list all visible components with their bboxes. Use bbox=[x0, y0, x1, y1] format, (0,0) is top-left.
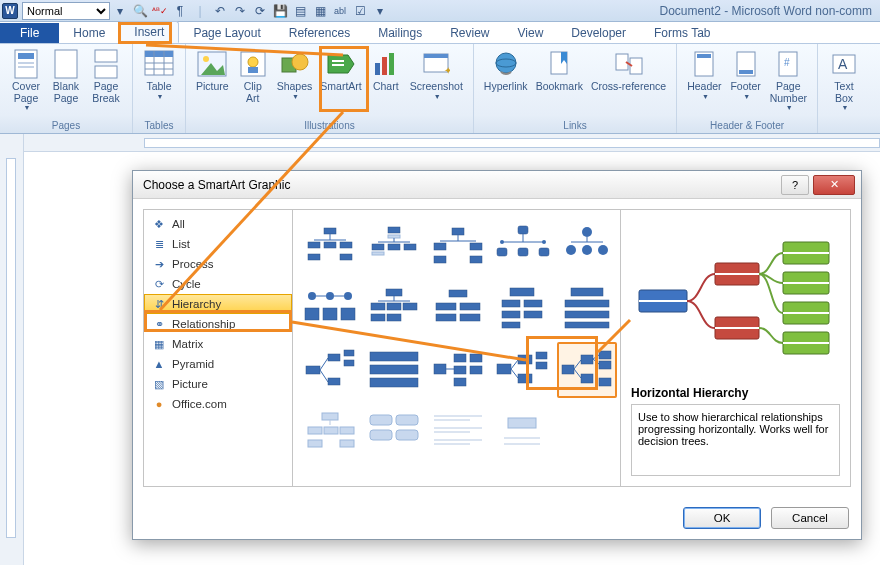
svg-rect-88 bbox=[341, 308, 355, 320]
svg-rect-97 bbox=[449, 290, 467, 297]
category-list: ❖All ≣List ➔Process ⟳Cycle ⇵Hierarchy ⚭R… bbox=[143, 209, 293, 487]
smartart-thumb[interactable] bbox=[365, 280, 423, 336]
clipart-button[interactable]: ClipArt bbox=[233, 46, 273, 106]
tab-forms[interactable]: Forms Tab bbox=[640, 23, 724, 43]
chart-button[interactable]: Chart bbox=[366, 46, 406, 95]
category-hierarchy[interactable]: ⇵Hierarchy bbox=[144, 294, 292, 314]
category-cycle[interactable]: ⟳Cycle bbox=[144, 274, 292, 294]
ok-button[interactable]: OK bbox=[683, 507, 761, 529]
category-pyramid[interactable]: ▲Pyramid bbox=[144, 354, 292, 374]
smartart-thumb[interactable] bbox=[429, 342, 487, 398]
svg-rect-60 bbox=[452, 228, 464, 235]
tab-review[interactable]: Review bbox=[436, 23, 503, 43]
spellcheck-icon[interactable]: ᴬᴮ✓ bbox=[151, 2, 169, 20]
table-icon[interactable]: ▦ bbox=[311, 2, 329, 20]
window-title: Document2 - Microsoft Word non-comm bbox=[659, 4, 878, 18]
svg-rect-110 bbox=[565, 311, 609, 318]
smartart-thumb[interactable] bbox=[365, 218, 423, 274]
smartart-thumb[interactable] bbox=[557, 218, 617, 274]
tab-developer[interactable]: Developer bbox=[557, 23, 640, 43]
tab-mailings[interactable]: Mailings bbox=[364, 23, 436, 43]
svg-rect-51 bbox=[340, 254, 352, 260]
category-office[interactable]: ●Office.com bbox=[144, 394, 292, 414]
svg-rect-39 bbox=[739, 70, 753, 74]
smartart-thumb[interactable] bbox=[493, 280, 551, 336]
smartart-thumb[interactable] bbox=[493, 404, 551, 460]
category-process[interactable]: ➔Process bbox=[144, 254, 292, 274]
group-pages: CoverPage▼ BlankPage PageBreak Pages bbox=[0, 44, 133, 133]
footer-button[interactable]: Footer▼ bbox=[726, 46, 766, 102]
hyperlink-icon bbox=[490, 48, 522, 80]
category-relationship[interactable]: ⚭Relationship bbox=[144, 314, 292, 334]
qat-end-dropdown-icon[interactable]: ▾ bbox=[371, 2, 389, 20]
smartart-thumb[interactable] bbox=[301, 280, 359, 336]
tab-insert[interactable]: Insert bbox=[119, 21, 179, 43]
svg-point-70 bbox=[500, 240, 504, 244]
horizontal-ruler[interactable] bbox=[24, 134, 880, 152]
vertical-ruler[interactable] bbox=[0, 134, 24, 565]
save-icon[interactable]: 💾 bbox=[271, 2, 289, 20]
picture-button[interactable]: Picture bbox=[192, 46, 233, 95]
smartart-button[interactable]: SmartArt bbox=[316, 46, 365, 95]
qat-dropdown-icon[interactable]: ▾ bbox=[111, 2, 129, 20]
paragraph-marks-icon[interactable]: ¶ bbox=[171, 2, 189, 20]
table-button[interactable]: Table▼ bbox=[139, 46, 179, 102]
textfield-icon[interactable]: abl bbox=[331, 2, 349, 20]
tab-references[interactable]: References bbox=[275, 23, 364, 43]
tab-file[interactable]: File bbox=[0, 23, 59, 43]
cover-page-button[interactable]: CoverPage▼ bbox=[6, 46, 46, 114]
preview-name: Horizontal Hierarchy bbox=[631, 386, 840, 400]
dialog-titlebar[interactable]: Choose a SmartArt Graphic ? ✕ bbox=[133, 171, 861, 199]
page-number-button[interactable]: #PageNumber▼ bbox=[766, 46, 811, 114]
checkbox-icon[interactable]: ☑ bbox=[351, 2, 369, 20]
header-button[interactable]: Header▼ bbox=[683, 46, 725, 102]
svg-rect-52 bbox=[388, 227, 400, 233]
tab-home[interactable]: Home bbox=[59, 23, 119, 43]
preview-icon[interactable]: 🔍 bbox=[131, 2, 149, 20]
smartart-thumb-horizontal-hierarchy[interactable] bbox=[557, 342, 617, 398]
tab-page-layout[interactable]: Page Layout bbox=[179, 23, 274, 43]
category-list[interactable]: ≣List bbox=[144, 234, 292, 254]
smartart-thumb[interactable] bbox=[429, 280, 487, 336]
blank-page-button[interactable]: BlankPage bbox=[46, 46, 86, 106]
smartart-thumb[interactable] bbox=[301, 404, 359, 460]
tab-view[interactable]: View bbox=[504, 23, 558, 43]
smartart-thumb[interactable] bbox=[365, 342, 423, 398]
undo-icon[interactable]: ↶ bbox=[211, 2, 229, 20]
svg-rect-26 bbox=[389, 53, 394, 75]
svg-rect-146 bbox=[322, 413, 338, 420]
smartart-thumb[interactable] bbox=[557, 280, 617, 336]
smartart-thumb[interactable] bbox=[301, 342, 359, 398]
style-selector[interactable]: Normal bbox=[22, 2, 110, 20]
hyperlink-button[interactable]: Hyperlink bbox=[480, 46, 532, 95]
smartart-thumb[interactable] bbox=[429, 404, 487, 460]
smartart-thumb[interactable] bbox=[493, 342, 551, 398]
crossref-button[interactable]: Cross-reference bbox=[587, 46, 670, 95]
refresh-icon[interactable]: ⟳ bbox=[251, 2, 269, 20]
textbox-button[interactable]: ATextBox▼ bbox=[824, 46, 864, 114]
category-picture[interactable]: ▧Picture bbox=[144, 374, 292, 394]
svg-rect-1 bbox=[18, 53, 34, 59]
smartart-thumb[interactable] bbox=[365, 404, 423, 460]
relationship-icon: ⚭ bbox=[152, 317, 166, 331]
page-break-button[interactable]: PageBreak bbox=[86, 46, 126, 106]
svg-rect-25 bbox=[382, 57, 387, 75]
close-button[interactable]: ✕ bbox=[813, 175, 855, 195]
svg-text:#: # bbox=[784, 57, 790, 68]
help-button[interactable]: ? bbox=[781, 175, 809, 195]
smartart-thumb[interactable] bbox=[301, 218, 359, 274]
bookmark-button[interactable]: Bookmark bbox=[532, 46, 587, 95]
svg-line-130 bbox=[511, 360, 518, 369]
page-break-icon bbox=[90, 48, 122, 80]
shapes-button[interactable]: Shapes▼ bbox=[273, 46, 317, 102]
smartart-thumb[interactable] bbox=[493, 218, 551, 274]
cancel-button[interactable]: Cancel bbox=[771, 507, 849, 529]
category-matrix[interactable]: ▦Matrix bbox=[144, 334, 292, 354]
svg-rect-86 bbox=[305, 308, 319, 320]
smartart-thumb[interactable] bbox=[429, 218, 487, 274]
screenshot-button[interactable]: ✦Screenshot▼ bbox=[406, 46, 467, 102]
redo-icon[interactable]: ↷ bbox=[231, 2, 249, 20]
svg-rect-93 bbox=[387, 303, 401, 310]
gallery-icon[interactable]: ▤ bbox=[291, 2, 309, 20]
category-all[interactable]: ❖All bbox=[144, 214, 292, 234]
